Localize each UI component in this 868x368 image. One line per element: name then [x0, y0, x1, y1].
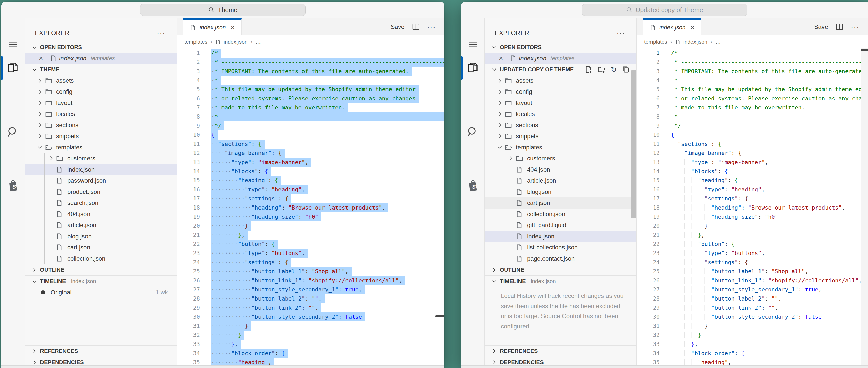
- code-line-21[interactable]: 21 },: [637, 231, 868, 240]
- tree-item-templates[interactable]: templates: [25, 142, 177, 153]
- tree-item-layout[interactable]: layout: [25, 97, 177, 108]
- chevron-right-icon[interactable]: [35, 111, 45, 117]
- chevron-right-icon[interactable]: [35, 133, 45, 139]
- code-line-1[interactable]: 1/*: [177, 48, 444, 58]
- code-line-4[interactable]: 4 *: [637, 76, 868, 85]
- chevron-right-icon[interactable]: [495, 77, 505, 84]
- tab-close-icon[interactable]: ×: [231, 24, 235, 31]
- code-line-25[interactable]: 25 "button_label_1": "Shop all",: [637, 267, 868, 276]
- close-icon[interactable]: ×: [499, 54, 510, 62]
- code-line-23[interactable]: 23··········"type": "buttons",: [177, 249, 444, 258]
- code-line-25[interactable]: 25············"button_label_1": "Shop al…: [177, 267, 444, 276]
- code-line-29[interactable]: 29 "button_link_2": "",: [637, 303, 868, 312]
- breadcrumb-folder[interactable]: templates: [644, 39, 667, 45]
- scrollbar-indicator[interactable]: [861, 48, 868, 51]
- code-line-4[interactable]: 4·*: [177, 76, 444, 85]
- code-line-30[interactable]: 30············"button_style_secondary_2"…: [177, 312, 444, 322]
- chevron-right-icon[interactable]: [35, 122, 45, 128]
- tree-item-locales[interactable]: locales: [25, 108, 177, 120]
- code-line-30[interactable]: 30 "button_style_secondary_2": false: [637, 312, 868, 322]
- chevron-right-icon[interactable]: [46, 155, 56, 162]
- chevron-right-icon[interactable]: [495, 89, 505, 95]
- tree-item-sections[interactable]: sections: [485, 120, 636, 131]
- chevron-right-icon[interactable]: [495, 100, 505, 106]
- code-line-1[interactable]: 1/*: [637, 48, 868, 58]
- editor-scrollbar-track[interactable]: [861, 48, 868, 368]
- code-line-18[interactable]: 18 "heading": "Browse our latest product…: [637, 203, 868, 212]
- code-line-10[interactable]: 10{: [177, 130, 444, 139]
- tree-item-search.json[interactable]: search.json: [25, 197, 177, 208]
- tree-item-collection.json[interactable]: collection.json: [485, 208, 636, 220]
- tree-item-config[interactable]: config: [485, 86, 636, 97]
- code-line-5[interactable]: 5·* This file may be updated by the Shop…: [177, 85, 444, 94]
- code-line-16[interactable]: 16 "type": "heading",: [637, 185, 868, 194]
- search-view-icon[interactable]: [461, 126, 484, 139]
- split-editor-icon[interactable]: [836, 23, 843, 30]
- shopify-extension-icon[interactable]: S: [461, 179, 484, 192]
- code-line-31[interactable]: 31 }: [637, 322, 868, 331]
- tree-item-config[interactable]: config: [25, 86, 177, 97]
- timeline-entry[interactable]: Original 1 wk: [25, 287, 177, 298]
- code-line-28[interactable]: 28············"button_label_2": "",: [177, 294, 444, 303]
- chevron-down-icon[interactable]: [495, 144, 505, 150]
- open-editor-item[interactable]: × index.json templates: [485, 53, 636, 64]
- tree-item-page.contact.json[interactable]: page.contact.json: [485, 253, 636, 264]
- tree-item-snippets[interactable]: snippets: [485, 131, 636, 142]
- explorer-view-icon[interactable]: [1, 61, 25, 74]
- menu-icon[interactable]: [1, 40, 25, 49]
- chevron-down-icon[interactable]: [35, 144, 45, 150]
- code-line-21[interactable]: 21········},: [177, 231, 444, 240]
- tree-item-blog.json[interactable]: blog.json: [25, 231, 177, 242]
- section-open-editors[interactable]: OPEN EDITORS: [485, 42, 636, 53]
- tab-index-json[interactable]: index.json ×: [183, 19, 242, 35]
- tree-item-snippets[interactable]: snippets: [25, 131, 177, 142]
- tree-item-layout[interactable]: layout: [485, 97, 636, 108]
- tree-item-blog.json[interactable]: blog.json: [485, 186, 636, 197]
- code-line-8[interactable]: 8·* ------------------------------------…: [177, 112, 444, 121]
- tree-item-templates[interactable]: templates: [485, 142, 636, 153]
- code-line-26[interactable]: 26 "button_link_1": "shopify://collectio…: [637, 276, 868, 285]
- chevron-right-icon[interactable]: [35, 77, 45, 84]
- code-line-3[interactable]: 3·* IMPORTANT: The contents of this file…: [177, 67, 444, 76]
- menu-icon[interactable]: [461, 40, 484, 49]
- section-outline[interactable]: OUTLINE: [25, 264, 177, 275]
- code-line-33[interactable]: 33 },: [637, 340, 868, 349]
- code-line-15[interactable]: 15 "heading": {: [637, 176, 868, 185]
- editor-more-icon[interactable]: ···: [427, 26, 436, 28]
- code-line-12[interactable]: 12····"image_banner": {: [177, 148, 444, 158]
- code-line-26[interactable]: 26············"button_link_1": "shopify:…: [177, 276, 444, 285]
- section-timeline[interactable]: TIMELINE index.json: [25, 275, 177, 287]
- tree-item-password.json[interactable]: password.json: [25, 175, 177, 186]
- code-line-24[interactable]: 24··········"settings": {: [177, 258, 444, 267]
- chevron-right-icon[interactable]: [35, 89, 45, 95]
- code-line-3[interactable]: 3 * IMPORTANT: The contents of this file…: [637, 67, 868, 76]
- code-line-22[interactable]: 22········"button": {: [177, 240, 444, 249]
- breadcrumb-folder[interactable]: templates: [184, 39, 207, 45]
- code-line-27[interactable]: 27············"button_style_secondary_1"…: [177, 285, 444, 294]
- section-references[interactable]: REFERENCES: [25, 345, 177, 357]
- tree-item-assets[interactable]: assets: [485, 75, 636, 86]
- code-line-32[interactable]: 32········}: [177, 331, 444, 340]
- tree-item-customers[interactable]: customers: [485, 153, 636, 164]
- code-line-34[interactable]: 34······"block_order": [: [177, 349, 444, 358]
- breadcrumb-symbol[interactable]: …: [715, 39, 721, 45]
- refresh-icon[interactable]: ↻: [611, 65, 617, 74]
- tree-item-article.json[interactable]: article.json: [485, 175, 636, 186]
- code-line-13[interactable]: 13 "type": "image-banner",: [637, 158, 868, 167]
- tree-item-assets[interactable]: assets: [25, 75, 177, 86]
- code-line-17[interactable]: 17 "settings": {: [637, 194, 868, 203]
- section-timeline[interactable]: TIMELINE index.json: [485, 275, 636, 287]
- code-line-2[interactable]: 2 * ------------------------------------…: [637, 58, 868, 67]
- tree-item-gift_card.liquid[interactable]: gift_card.liquid: [485, 220, 636, 231]
- sidebar-scrollbar[interactable]: [631, 70, 636, 219]
- code-line-10[interactable]: 10{: [637, 130, 868, 139]
- tree-item-locales[interactable]: locales: [485, 108, 636, 120]
- collapse-all-icon[interactable]: [622, 66, 630, 73]
- tree-item-customers[interactable]: customers: [25, 153, 177, 164]
- tree-item-index.json[interactable]: index.json: [25, 164, 177, 175]
- code-line-7[interactable]: 7·* made to this file may be overwritten…: [177, 103, 444, 112]
- shopify-extension-icon[interactable]: S: [1, 179, 25, 192]
- chevron-right-icon[interactable]: [495, 111, 505, 117]
- tab-index-json[interactable]: index.json ×: [643, 19, 701, 35]
- code-line-9[interactable]: 9 */: [637, 121, 868, 130]
